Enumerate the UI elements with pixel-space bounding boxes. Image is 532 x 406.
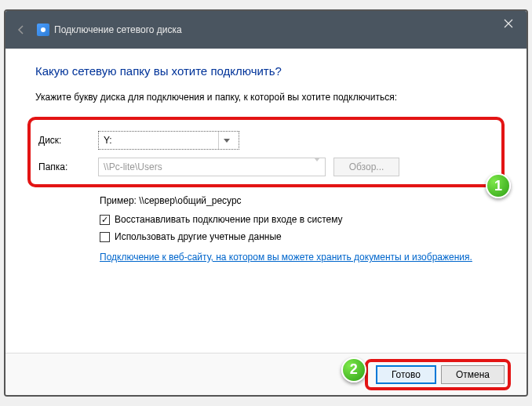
- folder-label: Папка:: [38, 161, 98, 172]
- browse-button: Обзор...: [333, 158, 399, 176]
- highlight-region-1: Диск: Y: Папка: \\Pc-lite\Users Обзор...…: [27, 117, 505, 187]
- dialog-footer: 2 Готово Отмена: [5, 353, 527, 395]
- credentials-label: Использовать другие учетные данные: [115, 231, 282, 242]
- annotation-badge-2: 2: [341, 357, 366, 382]
- drive-label: Диск:: [38, 135, 98, 146]
- chevron-down-icon: [218, 132, 234, 149]
- cancel-button[interactable]: Отмена: [441, 365, 505, 384]
- folder-value: \\Pc-lite\Users: [104, 161, 162, 172]
- back-arrow-icon[interactable]: [12, 20, 31, 39]
- website-link[interactable]: Подключение к веб-сайту, на котором вы м…: [100, 252, 472, 263]
- window-title: Подключение сетевого диска: [54, 24, 182, 35]
- network-drive-icon: [37, 24, 49, 36]
- reconnect-checkbox[interactable]: [100, 215, 110, 225]
- drive-value: Y:: [104, 135, 112, 146]
- drive-select[interactable]: Y:: [98, 131, 239, 150]
- credentials-checkbox[interactable]: [100, 232, 110, 242]
- dialog-window: Подключение сетевого диска Какую сетевую…: [4, 9, 528, 397]
- done-button[interactable]: Готово: [376, 365, 436, 384]
- highlight-region-2: 2 Готово Отмена: [365, 359, 511, 390]
- folder-input[interactable]: \\Pc-lite\Users: [98, 158, 326, 176]
- options-block: Пример: \\сервер\общий_ресурс Восстанавл…: [100, 195, 497, 263]
- dialog-heading: Какую сетевую папку вы хотите подключить…: [35, 64, 497, 78]
- dialog-subheading: Укажите букву диска для подключения и па…: [35, 92, 497, 103]
- content-area: Какую сетевую папку вы хотите подключить…: [5, 49, 527, 353]
- reconnect-label: Восстанавливать подключение при входе в …: [115, 214, 343, 225]
- annotation-badge-1: 1: [486, 173, 511, 198]
- titlebar: Подключение сетевого диска: [5, 11, 527, 49]
- example-text: Пример: \\сервер\общий_ресурс: [100, 195, 497, 206]
- chevron-down-icon: [314, 161, 320, 172]
- close-button[interactable]: [490, 11, 527, 36]
